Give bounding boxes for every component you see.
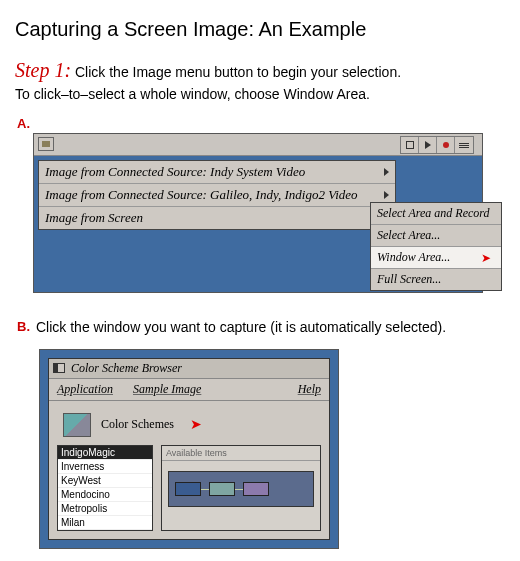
list-item[interactable]: Mendocino: [58, 488, 152, 502]
play-button[interactable]: [419, 137, 437, 153]
submenu-item-label: Window Area...: [377, 250, 450, 264]
window-menubar: Application Sample Image Help: [49, 379, 329, 401]
submenu-item[interactable]: Select Area...: [371, 225, 501, 247]
step-label: Step 1:: [15, 59, 71, 81]
menu-item-label: Image from Screen: [45, 210, 143, 226]
menu-help[interactable]: Help: [298, 382, 321, 397]
menu-item[interactable]: Image from Connected Source: Indy System…: [39, 161, 395, 184]
color-schemes-icon: [63, 413, 91, 437]
section-b-label: B.: [17, 319, 30, 334]
image-submenu: Select Area and Record Select Area... Wi…: [370, 202, 502, 291]
toolbar: [34, 134, 482, 156]
submenu-item[interactable]: Select Area and Record: [371, 203, 501, 225]
window-menu-icon[interactable]: [53, 363, 65, 373]
scheme-list[interactable]: IndigoMagic Inverness KeyWest Mendocino …: [57, 445, 153, 531]
stop-button[interactable]: [401, 137, 419, 153]
record-button[interactable]: [437, 137, 455, 153]
list-item[interactable]: KeyWest: [58, 474, 152, 488]
preview-block: [243, 482, 269, 496]
menu-application[interactable]: Application: [57, 382, 113, 397]
menu-sample-image[interactable]: Sample Image: [133, 382, 201, 397]
menu-item[interactable]: Image from Screen: [39, 207, 395, 229]
menu-item-label: Image from Connected Source: Indy System…: [45, 164, 305, 180]
menu-item-label: Image from Connected Source: Galileo, In…: [45, 187, 358, 203]
list-item[interactable]: IndigoMagic: [58, 446, 152, 460]
color-schemes-heading: Color Schemes: [101, 417, 174, 432]
list-item[interactable]: Metropolis: [58, 502, 152, 516]
preview-block: [209, 482, 235, 496]
step-line: Step 1: Click the Image menu button to b…: [15, 59, 505, 82]
list-item[interactable]: Milan: [58, 516, 152, 530]
pointer-arrow-icon: ➤: [190, 416, 202, 433]
preview-panel: Available Items: [161, 445, 321, 531]
submenu-item[interactable]: Full Screen...: [371, 269, 501, 290]
image-menu-button[interactable]: [38, 137, 54, 151]
preview-block: [175, 482, 201, 496]
submenu-item-window-area[interactable]: Window Area... ➤: [371, 247, 501, 269]
window-title: Color Scheme Browser: [71, 361, 182, 376]
section-b-text: Click the window you want to capture (it…: [36, 319, 446, 337]
figure-b: Color Scheme Browser Application Sample …: [39, 349, 505, 549]
list-item[interactable]: Inverness: [58, 460, 152, 474]
window-body: Color Schemes ➤ IndigoMagic Inverness Ke…: [49, 401, 329, 539]
pointer-arrow-icon: ➤: [481, 251, 491, 266]
section-a-label: A.: [17, 116, 505, 131]
window-titlebar[interactable]: Color Scheme Browser: [49, 359, 329, 379]
preview-panel-label: Available Items: [162, 446, 320, 461]
section-b: B. Click the window you want to capture …: [15, 319, 505, 549]
page-title: Capturing a Screen Image: An Example: [15, 18, 505, 41]
menu-button[interactable]: [455, 137, 473, 153]
step-text-2: To click–to–select a whole window, choos…: [15, 86, 505, 102]
play-icon: [425, 141, 431, 149]
menu-item[interactable]: Image from Connected Source: Galileo, In…: [39, 184, 395, 207]
step-text-1: Click the Image menu button to begin you…: [75, 64, 401, 80]
square-icon: [406, 141, 414, 149]
scheme-preview: [168, 471, 314, 507]
record-icon: [443, 142, 449, 148]
image-menu: Image from Connected Source: Indy System…: [38, 160, 396, 230]
color-scheme-browser-window[interactable]: Color Scheme Browser Application Sample …: [48, 358, 330, 540]
figure-a: Image from Connected Source: Indy System…: [33, 133, 505, 293]
chevron-right-icon: [384, 191, 389, 199]
lines-icon: [459, 143, 469, 148]
toolbar-right: [400, 136, 474, 154]
chevron-right-icon: [384, 168, 389, 176]
